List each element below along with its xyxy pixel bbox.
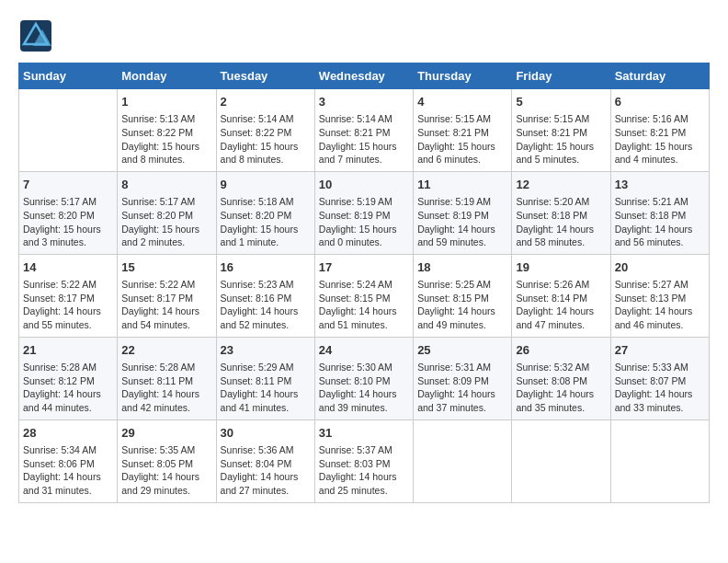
calendar-cell: 3Sunrise: 5:14 AMSunset: 8:21 PMDaylight… xyxy=(314,89,413,172)
day-info-text: Sunset: 8:13 PM xyxy=(615,292,705,305)
day-info-text: Sunrise: 5:15 AM xyxy=(417,112,507,126)
day-info-text: Sunset: 8:20 PM xyxy=(221,209,311,223)
day-info-text: and 54 minutes. xyxy=(121,318,211,332)
day-info-text: Daylight: 15 hours xyxy=(221,223,311,236)
day-info-text: Sunset: 8:12 PM xyxy=(23,374,113,388)
day-info-text: Sunrise: 5:27 AM xyxy=(615,278,705,292)
calendar-cell xyxy=(414,419,512,502)
day-number: 29 xyxy=(121,425,211,442)
day-info-text: Sunset: 8:15 PM xyxy=(417,292,507,305)
day-info-text: Sunset: 8:15 PM xyxy=(319,292,409,305)
calendar-cell: 5Sunrise: 5:15 AMSunset: 8:21 PMDaylight… xyxy=(512,89,610,172)
day-info-text: Sunset: 8:22 PM xyxy=(221,126,311,140)
day-info-text: Sunrise: 5:14 AM xyxy=(221,112,311,126)
day-info-text: Daylight: 14 hours xyxy=(417,387,507,401)
day-info-text: Sunrise: 5:32 AM xyxy=(516,361,606,374)
calendar-cell: 28Sunrise: 5:34 AMSunset: 8:06 PMDayligh… xyxy=(19,419,118,502)
day-info-text: Sunrise: 5:28 AM xyxy=(23,361,113,374)
calendar-header-row: SundayMondayTuesdayWednesdayThursdayFrid… xyxy=(19,63,710,89)
day-info-text: Sunrise: 5:19 AM xyxy=(319,195,409,209)
day-info-text: Sunrise: 5:13 AM xyxy=(121,112,211,126)
day-number: 28 xyxy=(23,425,113,442)
day-number: 31 xyxy=(319,425,409,442)
day-number: 11 xyxy=(417,177,507,193)
day-info-text: Sunset: 8:08 PM xyxy=(516,374,606,388)
day-info-text: and 47 minutes. xyxy=(516,318,606,332)
calendar-cell: 2Sunrise: 5:14 AMSunset: 8:22 PMDaylight… xyxy=(216,89,314,172)
day-info-text: Sunset: 8:21 PM xyxy=(516,126,606,140)
weekday-header-friday: Friday xyxy=(512,63,610,89)
weekday-header-thursday: Thursday xyxy=(414,63,512,89)
day-info-text: and 31 minutes. xyxy=(23,484,113,498)
day-info-text: Daylight: 14 hours xyxy=(121,304,211,318)
day-info-text: and 29 minutes. xyxy=(121,484,211,498)
day-info-text: Sunset: 8:06 PM xyxy=(23,457,113,471)
day-info-text: Daylight: 14 hours xyxy=(121,470,211,484)
calendar-cell xyxy=(19,89,118,172)
day-number: 25 xyxy=(417,342,507,359)
day-info-text: Sunset: 8:04 PM xyxy=(221,457,311,471)
day-info-text: Sunrise: 5:22 AM xyxy=(121,278,211,292)
day-info-text: Daylight: 14 hours xyxy=(221,470,311,484)
day-number: 4 xyxy=(417,94,507,110)
day-number: 9 xyxy=(221,177,311,193)
day-info-text: Sunrise: 5:19 AM xyxy=(417,195,507,209)
calendar-cell: 16Sunrise: 5:23 AMSunset: 8:16 PMDayligh… xyxy=(216,254,314,337)
day-info-text: and 0 minutes. xyxy=(319,236,409,249)
day-number: 3 xyxy=(319,94,409,110)
day-number: 7 xyxy=(23,177,113,193)
weekday-header-tuesday: Tuesday xyxy=(216,63,314,89)
weekday-header-wednesday: Wednesday xyxy=(314,63,413,89)
day-number: 26 xyxy=(516,342,606,359)
calendar-cell: 24Sunrise: 5:30 AMSunset: 8:10 PMDayligh… xyxy=(314,337,413,419)
calendar-cell: 19Sunrise: 5:26 AMSunset: 8:14 PMDayligh… xyxy=(512,254,610,337)
calendar-cell: 8Sunrise: 5:17 AMSunset: 8:20 PMDaylight… xyxy=(118,171,216,254)
day-info-text: and 52 minutes. xyxy=(221,318,311,332)
calendar-cell: 4Sunrise: 5:15 AMSunset: 8:21 PMDaylight… xyxy=(414,89,512,172)
day-number: 27 xyxy=(615,342,705,359)
day-number: 24 xyxy=(319,342,409,359)
day-info-text: Daylight: 14 hours xyxy=(615,223,705,236)
calendar-cell: 15Sunrise: 5:22 AMSunset: 8:17 PMDayligh… xyxy=(118,254,216,337)
calendar-cell: 26Sunrise: 5:32 AMSunset: 8:08 PMDayligh… xyxy=(512,337,610,419)
day-info-text: Daylight: 15 hours xyxy=(417,140,507,154)
day-info-text: Sunset: 8:05 PM xyxy=(121,457,211,471)
calendar-cell: 29Sunrise: 5:35 AMSunset: 8:05 PMDayligh… xyxy=(118,419,216,502)
calendar-cell: 18Sunrise: 5:25 AMSunset: 8:15 PMDayligh… xyxy=(414,254,512,337)
day-info-text: Sunset: 8:07 PM xyxy=(615,374,705,388)
day-info-text: Daylight: 14 hours xyxy=(417,223,507,236)
day-number: 19 xyxy=(516,259,606,276)
calendar-cell: 12Sunrise: 5:20 AMSunset: 8:18 PMDayligh… xyxy=(512,171,610,254)
day-info-text: and 59 minutes. xyxy=(417,236,507,249)
day-info-text: Daylight: 14 hours xyxy=(23,470,113,484)
day-info-text: and 1 minute. xyxy=(221,236,311,249)
day-info-text: Sunset: 8:11 PM xyxy=(121,374,211,388)
calendar-cell: 21Sunrise: 5:28 AMSunset: 8:12 PMDayligh… xyxy=(19,337,118,419)
day-info-text: Sunset: 8:14 PM xyxy=(516,292,606,305)
day-info-text: Daylight: 15 hours xyxy=(221,140,311,154)
calendar-week-5: 28Sunrise: 5:34 AMSunset: 8:06 PMDayligh… xyxy=(19,419,710,502)
day-info-text: Sunset: 8:22 PM xyxy=(121,126,211,140)
day-info-text: and 2 minutes. xyxy=(121,236,211,249)
day-info-text: Daylight: 14 hours xyxy=(23,387,113,401)
day-info-text: and 37 minutes. xyxy=(417,401,507,415)
day-info-text: Daylight: 14 hours xyxy=(221,387,311,401)
day-info-text: and 5 minutes. xyxy=(516,153,606,167)
day-info-text: and 25 minutes. xyxy=(319,484,409,498)
day-number: 21 xyxy=(23,342,113,359)
calendar-week-3: 14Sunrise: 5:22 AMSunset: 8:17 PMDayligh… xyxy=(19,254,710,337)
calendar-cell: 6Sunrise: 5:16 AMSunset: 8:21 PMDaylight… xyxy=(610,89,709,172)
calendar-cell xyxy=(610,419,709,502)
day-info-text: and 58 minutes. xyxy=(516,236,606,249)
day-info-text: Sunset: 8:17 PM xyxy=(23,292,113,305)
calendar-cell: 31Sunrise: 5:37 AMSunset: 8:03 PMDayligh… xyxy=(314,419,413,502)
logo-icon xyxy=(18,18,53,53)
day-info-text: and 41 minutes. xyxy=(221,401,311,415)
page-header xyxy=(18,18,710,53)
day-info-text: Sunrise: 5:23 AM xyxy=(221,278,311,292)
day-number: 30 xyxy=(221,425,311,442)
day-info-text: Sunrise: 5:34 AM xyxy=(23,443,113,457)
day-info-text: Daylight: 15 hours xyxy=(121,223,211,236)
day-number: 1 xyxy=(121,94,211,110)
calendar-cell: 11Sunrise: 5:19 AMSunset: 8:19 PMDayligh… xyxy=(414,171,512,254)
